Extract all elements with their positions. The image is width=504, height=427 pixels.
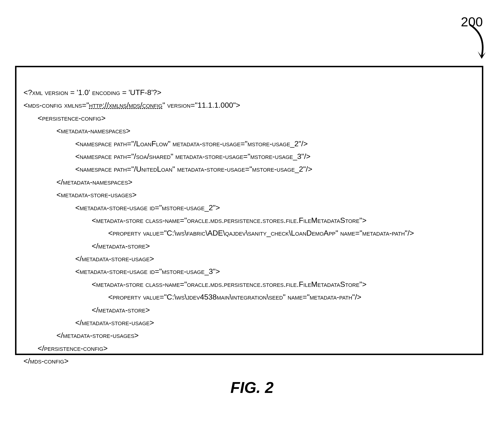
xml-line: </metadata-store-usage> [23, 252, 475, 265]
xml-line: <metadata-namespaces> [23, 124, 475, 137]
xml-line: <metadata-store class-name="oracle.mds.p… [23, 278, 475, 291]
xml-line: </metadata-store-usages> [23, 329, 475, 342]
xml-text: " version="11.1.1.000"> [162, 101, 240, 109]
xml-line: <property value="C:\ws\fabric\ADE\qajdev… [23, 227, 475, 239]
xml-line: </metadata-store> [23, 304, 475, 316]
xml-line: <metadata-store-usages> [23, 188, 475, 201]
figure-caption: FIG. 2 [9, 379, 495, 396]
xml-line: <persistence-config> [23, 112, 475, 124]
xml-line: <property value="C:\ws\jdev4538main\inte… [23, 291, 475, 303]
xml-link: http://xmlns/mds/config [89, 101, 162, 109]
xml-line: <?xml version = '1.0' encoding = 'UTF-8'… [23, 86, 475, 99]
xml-line: <metadata-store-usage id="mstore-usage_2… [23, 201, 475, 214]
xml-line: <mds-config xmlns="http://xmlns/mds/conf… [23, 99, 475, 111]
xml-line: <namespace path="/soa/shared" metadata-s… [23, 150, 475, 163]
xml-line: <namespace path="/UnitedLoan" metadata-s… [23, 163, 475, 175]
xml-line: <namespace path="/LoanFlow" metadata-sto… [23, 137, 475, 150]
xml-line: </metadata-store> [23, 240, 475, 252]
xml-line: </metadata-namespaces> [23, 176, 475, 188]
xml-line: </mds-config> [23, 355, 475, 367]
xml-line: </persistence-config> [23, 342, 475, 355]
xml-code-box: <?xml version = '1.0' encoding = 'UTF-8'… [15, 66, 483, 355]
xml-text: <mds-config xmlns=" [23, 101, 89, 109]
xml-line: <metadata-store-usage id="mstore-usage_3… [23, 265, 475, 278]
pointer-arrow [462, 21, 490, 63]
xml-line: </metadata-store-usage> [23, 316, 475, 329]
xml-line: <metadata-store class-name="oracle.mds.p… [23, 214, 475, 227]
